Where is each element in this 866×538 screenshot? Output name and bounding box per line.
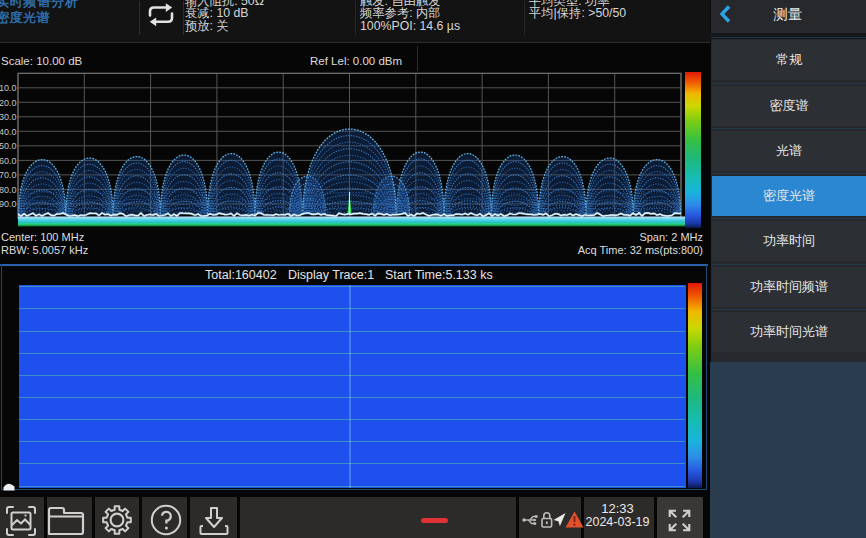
svg-text:50.0: 50.0 <box>0 141 17 151</box>
svg-text:20.0: 20.0 <box>0 98 17 108</box>
svg-text:90.0: 90.0 <box>0 199 17 209</box>
svg-text:80.0: 80.0 <box>0 185 17 195</box>
svg-text:40.0: 40.0 <box>0 127 17 137</box>
svg-text:30.0: 30.0 <box>0 112 17 122</box>
svg-text:60.0: 60.0 <box>0 156 17 166</box>
svg-text:10.0: 10.0 <box>0 83 17 93</box>
svg-text:70.0: 70.0 <box>0 170 17 180</box>
